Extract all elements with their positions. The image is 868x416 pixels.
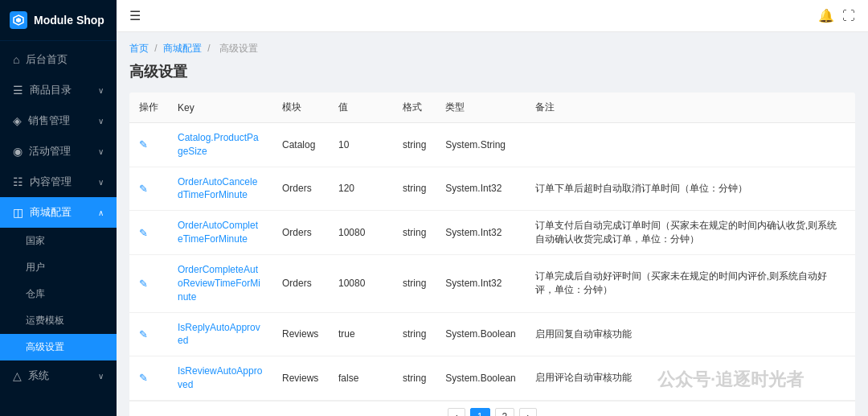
breadcrumb-current: 高级设置 — [219, 43, 258, 54]
sidebar-item-label: 销售管理 — [28, 113, 70, 128]
value-cell: 10080 — [329, 211, 393, 255]
key-cell: Catalog.ProductPageSize — [168, 123, 272, 167]
next-page-button[interactable]: › — [519, 408, 537, 416]
chevron-icon: ∨ — [98, 372, 104, 381]
type-cell: System.Boolean — [436, 312, 525, 356]
edit-button[interactable]: ✎ — [139, 138, 148, 150]
svg-marker-1 — [16, 18, 21, 23]
col-header-type: 类型 — [436, 93, 525, 123]
format-cell: string — [393, 312, 436, 356]
sidebar-item-shop-config[interactable]: ◫ 商城配置 ∧ — [0, 197, 117, 228]
content-area: 首页 / 商城配置 / 高级设置 高级设置 操作 Key 模块 值 格式 类型 — [117, 32, 868, 416]
bell-icon[interactable]: 🔔 — [818, 8, 834, 23]
key-cell: OrderAutoCompleteTimeForMinute — [168, 211, 272, 255]
sidebar-subitem-label: 用户 — [26, 261, 45, 274]
type-cell: System.Int32 — [436, 255, 525, 312]
edit-cell: ✎ — [129, 123, 168, 167]
sidebar-item-activities[interactable]: ◉ 活动管理 ∨ — [0, 136, 117, 167]
key-cell: OrderAutoCanceledTimeForMinute — [168, 167, 272, 211]
key-value: IsReplyAutoApproved — [178, 322, 260, 347]
sidebar-subitem-country[interactable]: 国家 — [0, 228, 117, 254]
edit-button[interactable]: ✎ — [139, 372, 148, 384]
chevron-icon: ∨ — [98, 86, 104, 95]
products-icon: ☰ — [13, 84, 23, 97]
sidebar-subitem-freight[interactable]: 运费模板 — [0, 307, 117, 334]
chevron-icon: ∨ — [98, 178, 104, 187]
edit-button[interactable]: ✎ — [139, 227, 148, 239]
table-row: ✎OrderAutoCompleteTimeForMinuteOrders100… — [129, 211, 855, 255]
value-cell: true — [329, 312, 393, 356]
remark-cell: 订单完成后自动好评时间（买家未在规定的时间内评价,则系统自动好评，单位：分钟） — [526, 255, 855, 312]
remark-cell: 订单支付后自动完成订单时间（买家未在规定的时间内确认收货,则系统自动确认收货完成… — [526, 211, 855, 255]
sales-icon: ◈ — [13, 114, 22, 127]
sidebar-item-sales[interactable]: ◈ 销售管理 ∨ — [0, 105, 117, 136]
key-value: Catalog.ProductPageSize — [178, 132, 259, 157]
remark-cell — [526, 123, 855, 167]
sidebar-subitem-user[interactable]: 用户 — [0, 254, 117, 281]
sidebar-item-label: 后台首页 — [26, 52, 68, 67]
main-area: ☰ 🔔 ⛶ 首页 / 商城配置 / 高级设置 高级设置 操作 Key — [117, 0, 868, 416]
sidebar-item-dashboard[interactable]: ⌂ 后台首页 — [0, 44, 117, 75]
key-cell: IsReplyAutoApproved — [168, 312, 272, 356]
module-cell: Reviews — [272, 312, 329, 356]
fullscreen-icon[interactable]: ⛶ — [842, 9, 855, 23]
edit-button[interactable]: ✎ — [139, 278, 148, 290]
value-cell: false — [329, 356, 393, 401]
pagination: ‹ 1 2 › — [129, 401, 855, 416]
settings-table: 操作 Key 模块 值 格式 类型 备注 ✎Catalog.ProductPag… — [129, 93, 855, 401]
sidebar: Module Shop ⌂ 后台首页 ☰ 商品目录 ∨ ◈ 销售管理 ∨ ◉ 活… — [0, 0, 117, 416]
breadcrumb-sep1: / — [154, 43, 160, 54]
breadcrumb-parent[interactable]: 商城配置 — [163, 43, 202, 54]
table-row: ✎OrderCompleteAutoReviewTimeForMinuteOrd… — [129, 255, 855, 312]
col-header-key: Key — [168, 93, 272, 123]
chevron-icon: ∨ — [98, 147, 104, 156]
key-value: IsReviewAutoApproved — [178, 365, 262, 390]
chevron-icon: ∨ — [98, 117, 104, 126]
col-header-value: 值 — [329, 93, 393, 123]
table-row: ✎IsReviewAutoApprovedReviewsfalsestringS… — [129, 356, 855, 401]
sidebar-item-system[interactable]: △ 系统 ∨ — [0, 360, 117, 391]
edit-button[interactable]: ✎ — [139, 183, 148, 195]
sidebar-subitem-label: 高级设置 — [26, 340, 64, 354]
table-row: ✎IsReplyAutoApprovedReviewstruestringSys… — [129, 312, 855, 356]
hamburger-button[interactable]: ☰ — [129, 8, 141, 23]
edit-cell: ✎ — [129, 167, 168, 211]
table-body: ✎Catalog.ProductPageSizeCatalog10stringS… — [129, 123, 855, 401]
remark-cell: 订单下单后超时自动取消订单时间（单位：分钟） — [526, 167, 855, 211]
type-cell: System.String — [436, 123, 525, 167]
logo: Module Shop — [0, 0, 117, 41]
logo-text: Module Shop — [34, 14, 104, 27]
sidebar-item-label: 商城配置 — [30, 205, 72, 220]
type-cell: System.Int32 — [436, 211, 525, 255]
type-cell: System.Boolean — [436, 356, 525, 401]
home-icon: ⌂ — [13, 53, 19, 66]
sidebar-item-label: 活动管理 — [29, 144, 71, 159]
edit-cell: ✎ — [129, 312, 168, 356]
page-2-button[interactable]: 2 — [495, 408, 515, 416]
chevron-up-icon: ∧ — [98, 208, 104, 217]
breadcrumb-home[interactable]: 首页 — [129, 43, 149, 54]
key-cell: OrderCompleteAutoReviewTimeForMinute — [168, 255, 272, 312]
edit-button[interactable]: ✎ — [139, 328, 148, 340]
format-cell: string — [393, 255, 436, 312]
activities-icon: ◉ — [13, 145, 23, 158]
header-left: ☰ — [129, 8, 141, 23]
sidebar-item-content[interactable]: ☷ 内容管理 ∨ — [0, 167, 117, 197]
type-cell: System.Int32 — [436, 167, 525, 211]
sidebar-subitem-warehouse[interactable]: 仓库 — [0, 281, 117, 307]
sidebar-subitem-label: 仓库 — [26, 287, 45, 301]
page-1-button[interactable]: 1 — [470, 408, 490, 416]
value-cell: 120 — [329, 167, 393, 211]
sidebar-subitem-label: 国家 — [26, 234, 45, 248]
key-cell: IsReviewAutoApproved — [168, 356, 272, 401]
sidebar-subitem-advanced[interactable]: 高级设置 — [0, 334, 117, 360]
edit-cell: ✎ — [129, 211, 168, 255]
edit-cell: ✎ — [129, 255, 168, 312]
sidebar-subitem-label: 运费模板 — [26, 314, 64, 327]
sidebar-item-label: 商品目录 — [30, 83, 72, 97]
prev-page-button[interactable]: ‹ — [448, 408, 465, 416]
module-cell: Orders — [272, 211, 329, 255]
sidebar-item-products[interactable]: ☰ 商品目录 ∨ — [0, 75, 117, 105]
remark-cell: 启用评论自动审核功能 — [526, 356, 855, 401]
format-cell: string — [393, 356, 436, 401]
